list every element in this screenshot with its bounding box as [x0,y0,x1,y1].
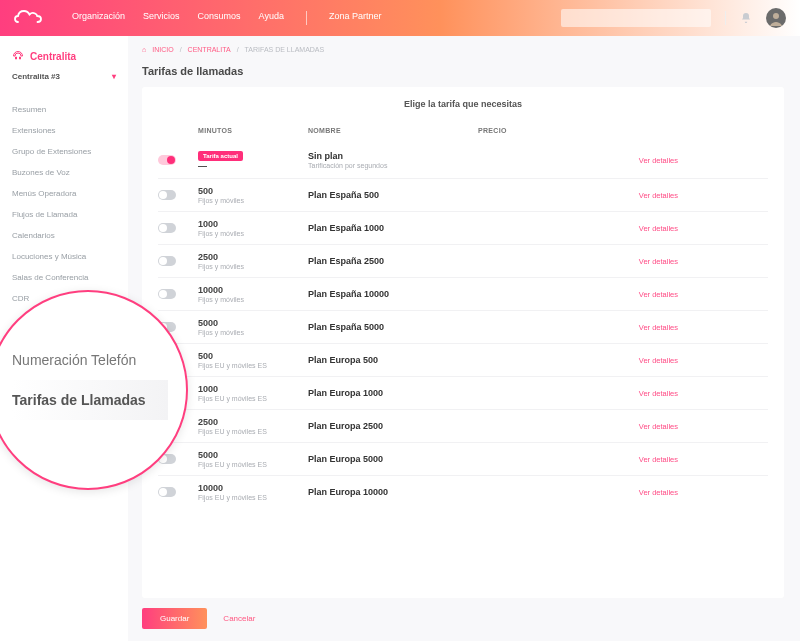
sidebar-item[interactable]: Salas de Conferencia [0,267,128,288]
nav-org[interactable]: Organización [72,11,125,25]
plan-row: 1000Fijos EU y móviles ESPlan Europa 100… [158,376,768,409]
topbar: Organización Servicios Consumos Ayuda Zo… [0,0,800,36]
search-input[interactable] [561,9,711,27]
current-badge: Tarifa actual [198,151,243,161]
nav-divider [306,11,307,25]
name-cell: Plan Europa 10000 [308,487,478,497]
detail-link[interactable]: Ver detalles [588,389,678,398]
plan-toggle[interactable] [158,256,176,266]
name-cell: Plan Europa 5000 [308,454,478,464]
name-cell: Plan España 5000 [308,322,478,332]
nav-services[interactable]: Servicios [143,11,180,25]
sidebar-title-text: Centralita [30,51,76,62]
main: ⌂ INICIO / CENTRALITA / TARIFAS DE LLAMA… [128,36,800,641]
plan-row: 2500Fijos EU y móviles ESPlan Europa 250… [158,409,768,442]
minutes-cell: 5000Fijos EU y móviles ES [198,450,308,468]
detail-link[interactable]: Ver detalles [588,156,678,165]
lens-item-numeracion[interactable]: Numeración Telefón [12,340,168,380]
plan-toggle[interactable] [158,223,176,233]
minutes-cell: 1000Fijos y móviles [198,219,308,237]
name-cell: Plan España 2500 [308,256,478,266]
detail-link[interactable]: Ver detalles [588,257,678,266]
logo[interactable] [14,10,44,26]
sidebar-item[interactable]: Menús Operadora [0,183,128,204]
minutes-cell: 10000Fijos y móviles [198,285,308,303]
sidebar-title: Centralita [0,46,128,72]
cancel-button[interactable]: Cancelar [223,614,255,623]
sidebar-item[interactable]: Resumen [0,99,128,120]
crumb-sep: / [180,46,182,53]
name-cell: Plan Europa 1000 [308,388,478,398]
plan-row: 500Fijos EU y móviles ESPlan Europa 500V… [158,343,768,376]
sidebar-selector-label: Centralita #3 [12,72,60,81]
plan-row: 10000Fijos y móvilesPlan España 10000Ver… [158,277,768,310]
name-cell: Plan España 10000 [308,289,478,299]
minutes-cell: 1000Fijos EU y móviles ES [198,384,308,402]
crumb-leaf: TARIFAS DE LLAMADAS [245,46,325,53]
detail-link[interactable]: Ver detalles [588,422,678,431]
name-cell: Plan España 500 [308,190,478,200]
sidebar-item[interactable]: Buzones de Voz [0,162,128,183]
sidebar-item[interactable]: Flujos de Llamada [0,204,128,225]
col-nombre: NOMBRE [308,127,478,134]
lens-item-tarifas[interactable]: Tarifas de Llamadas [12,380,168,420]
plan-toggle[interactable] [158,289,176,299]
name-cell: Plan España 1000 [308,223,478,233]
nav-zone[interactable]: Zona Partner [329,11,382,25]
vdiv [725,11,726,25]
name-cell: Plan Europa 2500 [308,421,478,431]
plan-toggle[interactable] [158,155,176,165]
bell-icon[interactable] [740,12,752,24]
plan-row: 5000Fijos EU y móviles ESPlan Europa 500… [158,442,768,475]
minutes-cell: 500Fijos y móviles [198,186,308,204]
detail-link[interactable]: Ver detalles [588,191,678,200]
detail-link[interactable]: Ver detalles [588,224,678,233]
save-button[interactable]: Guardar [142,608,207,629]
detail-link[interactable]: Ver detalles [588,488,678,497]
avatar[interactable] [766,8,786,28]
actions: Guardar Cancelar [142,608,784,629]
detail-link[interactable]: Ver detalles [588,290,678,299]
page-title: Tarifas de llamadas [142,65,784,77]
svg-point-1 [773,13,779,19]
nav-consumos[interactable]: Consumos [198,11,241,25]
sidebar-item[interactable]: Locuciones y Música [0,246,128,267]
col-precio: PRECIO [478,127,588,134]
chevron-down-icon: ▾ [112,72,116,81]
sidebar-item[interactable]: Extensiones [0,120,128,141]
topbar-right [561,8,786,28]
minutes-cell: 2500Fijos EU y móviles ES [198,417,308,435]
plan-row: 5000Fijos y móvilesPlan España 5000Ver d… [158,310,768,343]
detail-link[interactable]: Ver detalles [588,455,678,464]
home-icon[interactable]: ⌂ [142,46,146,53]
minutes-cell: 10000Fijos EU y móviles ES [198,483,308,501]
name-cell: Sin planTarificación por segundos [308,151,478,169]
crumb-home[interactable]: INICIO [152,46,173,53]
name-cell: Plan Europa 500 [308,355,478,365]
sidebar-item[interactable]: Calendarios [0,225,128,246]
plan-row: 10000Fijos EU y móviles ESPlan Europa 10… [158,475,768,508]
plan-row: 500Fijos y móvilesPlan España 500Ver det… [158,178,768,211]
plan-row: Tarifa actual—Sin planTarificación por s… [158,142,768,178]
col-minutos: MINUTOS [198,127,308,134]
nav-help[interactable]: Ayuda [259,11,284,25]
plan-row: 2500Fijos y móvilesPlan España 2500Ver d… [158,244,768,277]
plans-card: Elige la tarifa que necesitas MINUTOS NO… [142,87,784,598]
detail-link[interactable]: Ver detalles [588,323,678,332]
minutes-cell: 5000Fijos y móviles [198,318,308,336]
sidebar-items: ResumenExtensionesGrupo de ExtensionesBu… [0,93,128,309]
plan-toggle[interactable] [158,190,176,200]
crumb-mid[interactable]: CENTRALITA [188,46,231,53]
minutes-cell: Tarifa actual— [198,149,308,171]
plan-toggle[interactable] [158,487,176,497]
detail-link[interactable]: Ver detalles [588,356,678,365]
minutes-cell: 2500Fijos y móviles [198,252,308,270]
minutes-cell: 500Fijos EU y móviles ES [198,351,308,369]
plan-row: 1000Fijos y móvilesPlan España 1000Ver d… [158,211,768,244]
sidebar-item[interactable]: Grupo de Extensiones [0,141,128,162]
main-nav: Organización Servicios Consumos Ayuda Zo… [72,11,381,25]
table-header: MINUTOS NOMBRE PRECIO [158,127,768,134]
breadcrumb: ⌂ INICIO / CENTRALITA / TARIFAS DE LLAMA… [142,44,784,61]
sidebar-selector[interactable]: Centralita #3 ▾ [0,72,128,93]
card-caption: Elige la tarifa que necesitas [158,99,768,109]
